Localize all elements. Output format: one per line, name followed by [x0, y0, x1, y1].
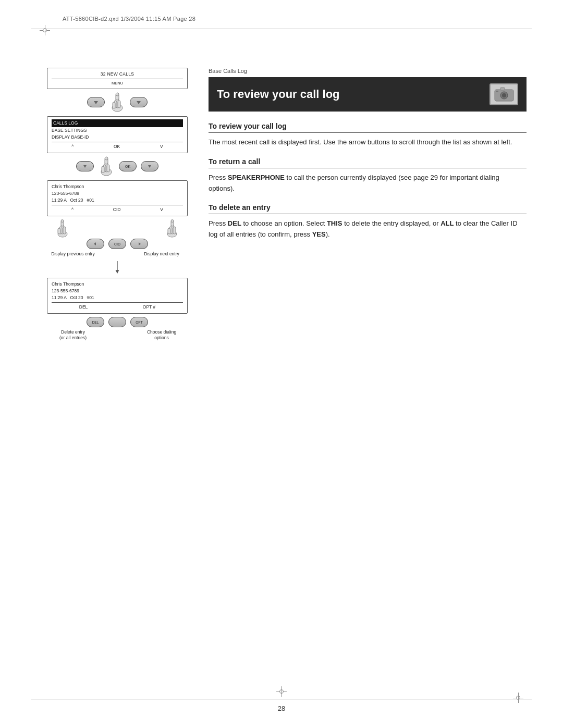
subsection-body-return: Press SPEAKERPHONE to call the person cu… — [209, 172, 527, 194]
arrow-connector — [47, 261, 188, 274]
delete-entry-number: 123-555-6789 — [52, 288, 183, 294]
prev-next-captions: Display previous entry Display next entr… — [47, 251, 188, 257]
svg-rect-18 — [58, 228, 60, 234]
svg-rect-25 — [168, 228, 170, 234]
fn-del: DEL — [79, 304, 88, 311]
speakerphone-bold: SPEAKERPHONE — [228, 174, 285, 181]
soft-mid-4[interactable] — [108, 317, 126, 327]
subsection-title-review: To review your call log — [209, 122, 527, 133]
svg-point-27 — [171, 220, 174, 223]
subsection-delete: To delete an entry Press DEL to choose a… — [209, 203, 527, 240]
svg-rect-24 — [173, 227, 176, 234]
caption-delete: Delete entry(or all entries) — [50, 329, 96, 341]
page-number: 28 — [278, 705, 285, 712]
diagram-group-3: Chris Thompson 123-555-6789 11:29 A Oct … — [47, 180, 188, 257]
entry-number: 123-555-6789 — [52, 190, 183, 197]
prev-entry-btn[interactable] — [87, 239, 104, 249]
caption-prev: Display previous entry — [50, 251, 96, 257]
svg-marker-29 — [116, 270, 119, 274]
cid-btn[interactable]: CID — [108, 239, 126, 249]
hand-icon-1 — [109, 92, 126, 112]
title-text: To review your call log — [217, 88, 340, 101]
hand-right-icon — [164, 219, 180, 238]
content-area: Base Calls Log To review your call log T… — [209, 68, 527, 250]
subsection-body-delete: Press DEL to choose an option. Select TH… — [209, 218, 527, 240]
soft-btn-left-1[interactable] — [87, 97, 105, 107]
subsection-review: To review your call log The most recent … — [209, 122, 527, 148]
subsection-title-return: To return a call — [209, 157, 527, 168]
subsection-return: To return a call Press SPEAKERPHONE to c… — [209, 157, 527, 194]
menu-btn-label: MENU — [52, 79, 183, 86]
subsection-body-review: The most recent call is displayed first.… — [209, 137, 527, 148]
all-bold: ALL — [440, 219, 454, 227]
diagram-group-2: CALLS LOG BASE SETTINGS DISPLAY BASE-ID … — [47, 116, 188, 176]
diagram-area: 32 NEW CALLS MENU CALLS — [47, 68, 188, 345]
fn-opt: OPT # — [143, 304, 155, 311]
fn-row-2: ^ OK V — [52, 142, 183, 150]
delete-captions: Delete entry(or all entries) Choose dial… — [47, 329, 188, 341]
next-entry-btn[interactable] — [130, 239, 148, 249]
soft-btn-mid-2[interactable]: OK — [119, 161, 137, 171]
fn-ok: OK — [114, 143, 120, 150]
menu-display-base-id: DISPLAY BASE-ID — [52, 134, 183, 141]
title-banner: To review your call log — [209, 77, 527, 112]
screen-entry: Chris Thompson 123-555-6789 11:29 A Oct … — [47, 180, 188, 216]
screen-menu: CALLS LOG BASE SETTINGS DISPLAY BASE-ID … — [47, 116, 188, 153]
hand-icon-2 — [98, 156, 115, 176]
caption-next: Display next entry — [138, 251, 185, 257]
soft-btn-right-2[interactable] — [141, 161, 158, 171]
button-row-2: OK — [47, 156, 188, 176]
svg-rect-11 — [102, 166, 104, 172]
diagram-group-4: Chris Thompson 123-555-6789 11:29 A Oct … — [47, 278, 188, 341]
delete-entry-name: Chris Thompson — [52, 281, 183, 288]
fn-caret-down-3: V — [160, 206, 163, 213]
entry-name: Chris Thompson — [52, 183, 183, 190]
camera-icon — [489, 83, 518, 105]
fn-row-3: ^ CID V — [52, 205, 183, 213]
crosshair-top-left — [40, 25, 50, 35]
crosshair-bottom-center — [276, 686, 287, 697]
hand-left-icon — [55, 219, 70, 238]
fn-caret-up: ^ — [71, 143, 74, 150]
entry-time: 11:29 A Oct 20 #01 — [52, 197, 183, 204]
menu-calls-log: CALLS LOG — [52, 119, 183, 127]
pointing-hands-3 — [47, 219, 188, 238]
soft-btn-right-1[interactable] — [130, 97, 148, 107]
subsection-title-delete: To delete an entry — [209, 203, 527, 214]
screen-delete: Chris Thompson 123-555-6789 11:29 A Oct … — [47, 278, 188, 314]
button-row-4: DEL OPT — [47, 317, 188, 327]
soft-btn-left-2[interactable] — [76, 161, 94, 171]
svg-point-32 — [502, 93, 506, 97]
section-label: Base Calls Log — [209, 68, 527, 74]
del-bold: DEL — [228, 219, 241, 227]
svg-rect-17 — [63, 227, 66, 234]
svg-rect-3 — [118, 101, 120, 108]
crosshair-bottom-right — [513, 693, 523, 703]
fn-caret-up-3: ^ — [71, 206, 74, 213]
screen-new-calls: 32 NEW CALLS MENU — [47, 68, 188, 89]
fn-caret-down: V — [160, 143, 163, 150]
svg-rect-33 — [500, 88, 505, 90]
opt-btn[interactable]: OPT — [130, 317, 148, 327]
del-btn[interactable]: DEL — [87, 317, 104, 327]
svg-point-20 — [61, 220, 64, 223]
button-row-3: CID — [47, 239, 188, 249]
fn-row-4: DEL OPT # — [52, 302, 183, 311]
diagram-group-1: 32 NEW CALLS MENU — [47, 68, 188, 112]
svg-rect-34 — [496, 91, 498, 92]
svg-point-6 — [116, 93, 119, 96]
camera-svg — [494, 87, 514, 102]
menu-base-settings: BASE SETTINGS — [52, 127, 183, 134]
svg-rect-10 — [107, 165, 109, 172]
yes-bold: YES — [312, 230, 326, 238]
page-meta: ATT-5860CIB-d2.qxd 1/3/2004 11:15 AM Pag… — [63, 16, 195, 22]
svg-point-13 — [105, 157, 108, 160]
svg-rect-4 — [113, 102, 115, 108]
fn-cid: CID — [113, 206, 121, 213]
page-border-top — [31, 29, 532, 29]
page-border-bottom — [31, 699, 532, 699]
this-bold: THIS — [327, 219, 342, 227]
delete-entry-time: 11:29 A Oct 20 #01 — [52, 294, 183, 301]
new-calls-text: 32 NEW CALLS — [52, 71, 183, 78]
button-row-1 — [47, 92, 188, 112]
